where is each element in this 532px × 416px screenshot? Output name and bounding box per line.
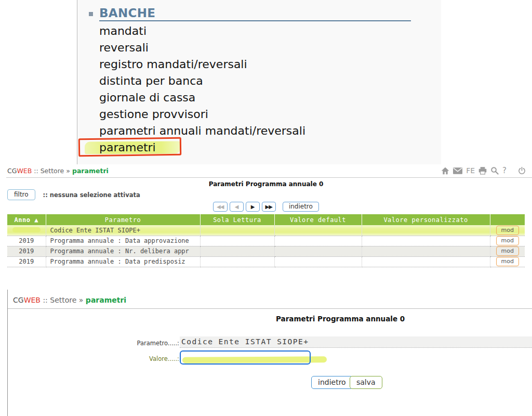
breadcrumb-app-cg: CG	[7, 167, 17, 175]
cell-anno: 2019	[7, 236, 46, 246]
breadcrumb: CGWEB :: Settore » parametri	[7, 167, 109, 175]
help-icon[interactable]: ?	[502, 166, 507, 175]
table-row: Codice Ente ISTAT SIOPE+ mod	[7, 225, 525, 236]
breadcrumb: CGWEB :: Settore » parametri	[13, 296, 126, 304]
cell-valore-personalizzato	[362, 236, 490, 246]
breadcrumb-section: Settore	[41, 167, 64, 175]
breadcrumb-current[interactable]: parametri	[86, 296, 126, 304]
parametro-value: Codice Ente ISTAT SIOPE+	[180, 336, 532, 348]
annotation-highlight	[12, 227, 41, 232]
page-title: Parametri Programma annuale 0	[0, 180, 532, 188]
breadcrumb-app-web: WEB	[24, 296, 41, 304]
mail-icon[interactable]	[453, 167, 462, 174]
cell-sola-lettura	[200, 225, 274, 236]
pager-first-button[interactable]: ◀◀	[213, 202, 227, 212]
table-row: 2019 Programma annuale : Data predisposi…	[7, 256, 525, 267]
cell-parametro: Codice Ente ISTAT SIOPE+	[46, 225, 200, 236]
column-header-parametro[interactable]: Parametro	[46, 214, 200, 225]
menu-list: mandati reversali registro mandati/rever…	[99, 23, 305, 156]
cell-anno: 2019	[7, 256, 46, 267]
menu-item-reversali[interactable]: reversali	[99, 40, 305, 56]
cell-parametro: Programma annuale : Data approvazione	[46, 236, 200, 246]
cell-valore-default	[274, 246, 362, 256]
power-icon[interactable]	[518, 167, 526, 175]
cell-anno	[7, 225, 46, 236]
breadcrumb-app-cg: CG	[13, 296, 24, 304]
cell-sola-lettura	[200, 246, 274, 256]
cell-parametro: Programma annuale : Nr. delibera appr	[46, 246, 200, 256]
cell-valore-personalizzato	[362, 256, 490, 267]
breadcrumb-app-web: WEB	[17, 167, 32, 175]
cell-sola-lettura	[200, 256, 274, 267]
toolbar: FE ?	[441, 166, 526, 175]
pager: ◀◀ ◀ ▶ ▶▶ indietro	[0, 202, 532, 212]
valore-label: Valore.....:	[8, 355, 179, 362]
home-icon[interactable]	[441, 167, 449, 175]
menu-item-mandati[interactable]: mandati	[99, 23, 305, 40]
save-button[interactable]: salva	[350, 376, 382, 389]
mod-button[interactable]: mod	[496, 236, 519, 245]
header-divider	[8, 308, 532, 309]
back-button[interactable]: indietro	[311, 376, 353, 389]
annotation-red-box	[78, 137, 181, 157]
pager-last-button[interactable]: ▶▶	[262, 202, 276, 212]
back-button[interactable]: indietro	[283, 202, 319, 212]
mod-button[interactable]: mod	[496, 226, 519, 235]
parameter-detail-view: CGWEB :: Settore » parametri Parametri P…	[7, 290, 532, 416]
pager-next-button[interactable]: ▶	[246, 202, 260, 212]
menu-panel: BANCHE mandati reversali registro mandat…	[77, 0, 441, 164]
parametro-label: Parametro.....:	[8, 340, 179, 347]
column-header-valore-personalizzato[interactable]: Valore personalizzato	[362, 214, 490, 225]
valore-input[interactable]	[180, 350, 311, 365]
cell-valore-personalizzato	[362, 246, 490, 256]
cell-valore-default	[274, 225, 362, 236]
menu-section-title: BANCHE	[99, 6, 155, 20]
breadcrumb-arrow: »	[66, 167, 70, 175]
cell-anno: 2019	[7, 246, 46, 256]
mod-button[interactable]: mod	[496, 246, 519, 256]
column-header-anno[interactable]: Anno ▲	[7, 214, 46, 225]
header-divider	[6, 177, 532, 178]
bullet-square-icon	[89, 12, 93, 16]
table-row: 2019 Programma annuale : Data approvazio…	[7, 236, 525, 246]
table-header-row: Anno ▲ Parametro Sola Lettura Valore def…	[7, 214, 525, 225]
printer-icon[interactable]	[478, 167, 487, 175]
menu-item-distinta-per-banca[interactable]: distinta per banca	[99, 73, 305, 89]
parameters-table: Anno ▲ Parametro Sola Lettura Valore def…	[7, 214, 525, 267]
menu-item-parametri[interactable]: parametri	[99, 139, 156, 156]
search-icon[interactable]	[490, 166, 499, 175]
cell-valore-default	[274, 256, 362, 267]
breadcrumb-section: Settore	[50, 296, 76, 304]
breadcrumb-current[interactable]: parametri	[72, 167, 109, 175]
cell-sola-lettura	[200, 236, 274, 246]
breadcrumb-sep: ::	[43, 296, 47, 304]
breadcrumb-sep: ::	[34, 167, 38, 175]
menu-item-registro-mandati-reversali[interactable]: registro mandati/reversali	[99, 56, 305, 73]
fe-link[interactable]: FE	[466, 166, 475, 175]
cell-valore-default	[274, 236, 362, 246]
menu-item-parametri-annuali[interactable]: parametri annuali mandati/reversali	[99, 123, 305, 139]
filter-button[interactable]: filtro	[7, 189, 35, 200]
breadcrumb-arrow: »	[79, 296, 84, 304]
mod-button[interactable]: mod	[496, 257, 519, 266]
filter-status: :: nessuna selezione attivata	[43, 191, 140, 199]
page-title: Parametri Programma annuale 0	[276, 315, 405, 323]
cell-valore-personalizzato	[362, 225, 490, 236]
cell-parametro: Programma annuale : Data predisposiz	[46, 256, 200, 267]
menu-title-underline	[99, 20, 411, 21]
column-header-actions	[490, 214, 525, 225]
menu-item-gestione-provvisori[interactable]: gestione provvisori	[99, 106, 305, 123]
menu-item-giornale-di-cassa[interactable]: giornale di cassa	[99, 89, 305, 106]
pager-prev-button[interactable]: ◀	[230, 202, 244, 212]
column-header-sola-lettura[interactable]: Sola Lettura	[200, 214, 274, 225]
table-row: 2019 Programma annuale : Nr. delibera ap…	[7, 246, 525, 256]
column-header-valore-default[interactable]: Valore default	[274, 214, 362, 225]
parameters-list-view: CGWEB :: Settore » parametri FE ? Parame…	[0, 164, 532, 290]
